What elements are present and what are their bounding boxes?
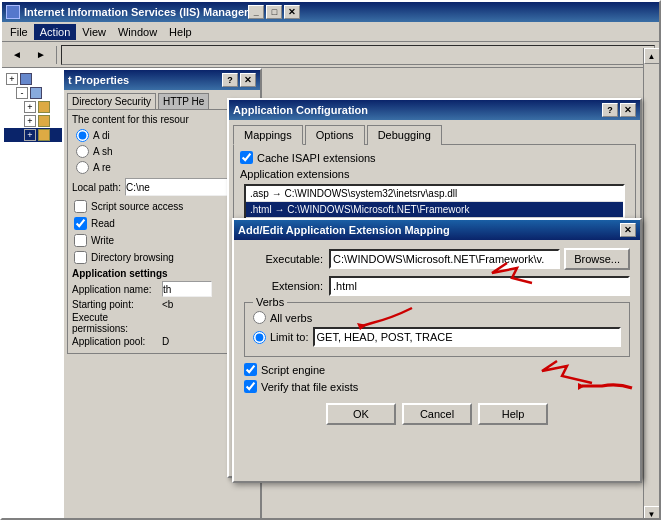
menu-action[interactable]: Action	[34, 24, 77, 40]
executable-label: Executable:	[244, 253, 329, 265]
scroll-track[interactable]	[644, 64, 660, 506]
starting-point-label: Starting point:	[72, 299, 162, 310]
radio-are[interactable]	[76, 161, 89, 174]
all-verbs-label: All verbs	[270, 312, 312, 324]
radio-adi[interactable]	[76, 129, 89, 142]
addedit-title-bar: Add/Edit Application Extension Mapping ✕	[234, 220, 640, 240]
app-config-title-text: Application Configuration	[233, 104, 368, 116]
app-window: Internet Information Services (IIS) Mana…	[0, 0, 661, 520]
script-engine-label: Script engine	[261, 364, 325, 376]
all-verbs-radio[interactable]	[253, 311, 266, 324]
menu-view[interactable]: View	[76, 24, 112, 40]
toolbar: ◄ ►	[2, 42, 659, 68]
content-label: The content for this resour	[72, 114, 252, 125]
limit-to-input[interactable]	[313, 327, 621, 347]
properties-title-text: t Properties	[68, 74, 129, 86]
tree-panel: + - + + +	[2, 68, 67, 520]
minimize-btn[interactable]: _	[248, 5, 264, 19]
verify-file-check[interactable]	[244, 380, 257, 393]
script-engine-check[interactable]	[244, 363, 257, 376]
main-scrollbar[interactable]: ▲ ▼	[643, 48, 659, 520]
tab-directory-security[interactable]: Directory Security	[67, 93, 156, 109]
dir-browse-check[interactable]	[74, 251, 87, 264]
scroll-down-arrow[interactable]: ▼	[644, 506, 660, 520]
app-extensions-label: Application extensions	[240, 168, 629, 180]
addedit-close-btn[interactable]: ✕	[620, 223, 636, 237]
limit-to-label: Limit to:	[270, 331, 309, 343]
title-bar: Internet Information Services (IIS) Mana…	[2, 2, 659, 22]
app-config-close-btn[interactable]: ✕	[620, 103, 636, 117]
app-icon	[6, 5, 20, 19]
cache-isapi-label: Cache ISAPI extensions	[257, 152, 376, 164]
addedit-title-text: Add/Edit Application Extension Mapping	[238, 224, 450, 236]
addedit-window: Add/Edit Application Extension Mapping ✕…	[232, 218, 642, 483]
cache-isapi-check[interactable]	[240, 151, 253, 164]
verbs-legend: Verbs	[253, 296, 287, 308]
app-config-help-btn[interactable]: ?	[602, 103, 618, 117]
addedit-ok-btn[interactable]: OK	[326, 403, 396, 425]
maximize-btn[interactable]: □	[266, 5, 282, 19]
list-item-1[interactable]: .asp → C:\WINDOWS\system32\inetsrv\asp.d…	[246, 186, 623, 202]
app-pool-value: D	[162, 336, 169, 347]
tab-debugging[interactable]: Debugging	[367, 125, 442, 145]
addedit-cancel-btn[interactable]: Cancel	[402, 403, 472, 425]
tree-item-1[interactable]: +	[4, 72, 64, 86]
menu-help[interactable]: Help	[163, 24, 198, 40]
tree-item-5[interactable]: +	[4, 128, 64, 142]
app-name-label: Application name:	[72, 284, 162, 295]
executable-input[interactable]	[329, 249, 560, 269]
read-check[interactable]	[74, 217, 87, 230]
forward-button[interactable]: ►	[30, 44, 52, 66]
execute-perms-label: Execute permissions:	[72, 312, 162, 334]
app-pool-label: Application pool:	[72, 336, 162, 347]
app-title: Internet Information Services (IIS) Mana…	[24, 6, 248, 18]
app-settings-label: Application settings	[72, 268, 252, 279]
tab-mappings[interactable]: Mappings	[233, 125, 303, 145]
main-area: + - + + + t Properties	[2, 68, 659, 520]
menu-window[interactable]: Window	[112, 24, 163, 40]
list-item-2[interactable]: .html → C:\WINDOWS\Microsoft.NET\Framewo…	[246, 202, 623, 218]
app-config-title-bar: Application Configuration ? ✕	[229, 100, 640, 120]
tree-item-3[interactable]: +	[4, 100, 64, 114]
close-btn[interactable]: ✕	[284, 5, 300, 19]
extension-label: Extension:	[244, 280, 329, 292]
properties-title-bar: t Properties ? ✕	[64, 70, 260, 90]
script-source-check[interactable]	[74, 200, 87, 213]
back-button[interactable]: ◄	[6, 44, 28, 66]
addedit-help-btn[interactable]: Help	[478, 403, 548, 425]
scroll-up-arrow[interactable]: ▲	[644, 48, 660, 64]
menu-bar: File Action View Window Help	[2, 22, 659, 42]
tab-options[interactable]: Options	[305, 125, 365, 145]
verify-file-label: Verify that file exists	[261, 381, 358, 393]
write-check[interactable]	[74, 234, 87, 247]
menu-file[interactable]: File	[4, 24, 34, 40]
toolbar-spacer	[61, 45, 655, 65]
local-path-label: Local path:	[72, 182, 121, 193]
browse-button[interactable]: Browse...	[564, 248, 630, 270]
tree-item-2[interactable]: -	[4, 86, 64, 100]
app-name-input[interactable]	[162, 281, 212, 297]
extension-input[interactable]	[329, 276, 630, 296]
starting-point-value: <b	[162, 299, 173, 310]
prop-close-btn[interactable]: ✕	[240, 73, 256, 87]
tab-http[interactable]: HTTP He	[158, 93, 210, 109]
tree-item-4[interactable]: +	[4, 114, 64, 128]
prop-help-btn[interactable]: ?	[222, 73, 238, 87]
radio-ash[interactable]	[76, 145, 89, 158]
limit-to-radio[interactable]	[253, 331, 266, 344]
